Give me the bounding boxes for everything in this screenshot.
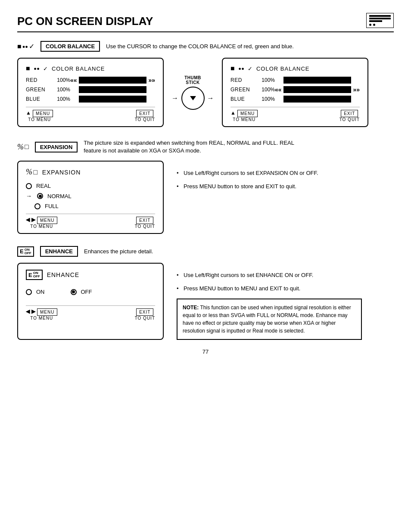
enhance-bullet1: Use Left/Right cursors to set ENHANCE ON… xyxy=(177,271,362,279)
exp-menu-btn: MENU xyxy=(37,217,57,224)
color-balance-left-panel: ■ ●● ✓ COLOR BALANCE RED 100% «« »» GREE… xyxy=(17,58,164,127)
blue-bar-left xyxy=(79,96,147,103)
color-balance-badge: COLOR BALANCE xyxy=(40,41,100,52)
left-panel-header: ■ ●● ✓ COLOR BALANCE xyxy=(26,65,155,72)
normal-radio[interactable] xyxy=(37,193,43,199)
expansion-box-title: EXPANSION xyxy=(42,169,81,176)
real-label: REAL xyxy=(36,183,51,189)
full-option: FULL xyxy=(26,203,155,209)
off-label: OFF xyxy=(81,289,92,295)
enhance-content: E ON OFF ENHANCE ON xyxy=(17,263,394,339)
icon-bar1 xyxy=(369,15,391,17)
expansion-bullets: Use Left/Right cursors to set EXPANSION … xyxy=(177,161,318,234)
real-radio[interactable] xyxy=(26,183,32,189)
expansion-badge: EXPANSION xyxy=(35,142,78,152)
right-to-quit: TO QUIT xyxy=(339,117,360,122)
right-panel-header: ■ ●● ✓ COLOR BALANCE xyxy=(230,65,360,72)
device-icon xyxy=(366,13,394,28)
right-arrow-green-r: »» xyxy=(353,86,360,93)
expansion-bullet2: Press MENU button to store and EXIT to q… xyxy=(177,183,318,190)
left-panel-title: COLOR BALANCE xyxy=(52,65,105,72)
left-red-row: RED 100% «« »» xyxy=(26,77,155,84)
exp-to-menu: TO MENU xyxy=(30,224,53,229)
enhance-desc: Enhances the picture detail. xyxy=(84,248,153,255)
note-label: NOTE: xyxy=(183,305,199,311)
right-to-menu: TO MENU xyxy=(233,117,255,122)
left-to-menu: TO MENU xyxy=(28,117,51,122)
enh-exit-btn: EXIT xyxy=(136,308,153,316)
full-radio[interactable] xyxy=(34,203,40,209)
color-balance-desc: Use the CURSOR to change the COLOR BALAN… xyxy=(106,43,294,50)
blue-bar-right xyxy=(283,96,352,103)
page-title-bar: PC ON SCREEN DISPLAY xyxy=(17,13,394,32)
enh-menu-btn: MENU xyxy=(37,308,57,316)
expansion-content: % □ EXPANSION REAL → NORMAL FULL xyxy=(17,161,394,234)
expansion-osd-box: % □ EXPANSION REAL → NORMAL FULL xyxy=(17,161,164,234)
expansion-bullet-list: Use Left/Right cursors to set EXPANSION … xyxy=(177,169,318,190)
right-arrow-red: »» xyxy=(148,77,155,84)
icon-bar2 xyxy=(369,18,391,19)
red-bar xyxy=(79,77,147,84)
expansion-bullet1: Use Left/Right cursors to set EXPANSION … xyxy=(177,169,318,177)
right-panel-title: COLOR BALANCE xyxy=(256,65,310,72)
normal-label: NORMAL xyxy=(47,193,72,199)
enhance-bullet2: Press MENU button to MENU and EXIT to qu… xyxy=(177,285,362,292)
right-blue-row: BLUE 100% «« »» xyxy=(230,96,360,103)
off-option: OFF xyxy=(71,289,92,295)
color-balance-icon: ■ ●● ✓ xyxy=(17,42,34,50)
on-label: ON xyxy=(36,289,45,295)
enhance-osd-header: E ON OFF ENHANCE xyxy=(26,270,155,280)
page-number: 77 xyxy=(17,348,394,355)
right-exit-btn: EXIT xyxy=(341,110,358,117)
left-blue-row: BLUE 100% «« »» xyxy=(26,96,155,103)
enhance-section: E ON OFF ENHANCE Enhances the picture de… xyxy=(17,246,394,339)
thumb-label-text: THUMBSTICK xyxy=(184,75,201,85)
right-menu-bar: ▲ MENU TO MENU EXIT TO QUIT xyxy=(230,107,360,122)
color-balance-header: ■ ●● ✓ COLOR BALANCE Use the CURSOR to c… xyxy=(17,41,394,52)
expansion-osd-header: % □ EXPANSION xyxy=(26,168,155,177)
green-bar-left xyxy=(79,86,147,93)
expansion-header: % □ EXPANSION The picture size is expand… xyxy=(17,139,394,155)
enhance-options: ON OFF xyxy=(26,289,155,299)
color-balance-panels: ■ ●● ✓ COLOR BALANCE RED 100% «« »» GREE… xyxy=(17,58,394,127)
real-option: REAL xyxy=(26,183,155,189)
icon-dot1 xyxy=(369,24,371,26)
red-bar-right xyxy=(283,77,352,84)
expansion-menu-bar: ◀ ▶ MENU TO MENU EXIT TO QUIT xyxy=(26,214,155,229)
left-to-quit: TO QUIT xyxy=(135,117,155,122)
enhance-right-col: Use Left/Right cursors to set ENHANCE ON… xyxy=(177,263,362,339)
icon-dot2 xyxy=(373,24,375,26)
note-text: This function can be used when inputted … xyxy=(183,305,351,334)
enhance-header: E ON OFF ENHANCE Enhances the picture de… xyxy=(17,246,394,257)
expansion-icon: % □ xyxy=(17,143,29,152)
right-green-row: GREEN 100% «« »» xyxy=(230,86,360,93)
enhance-menu-bar: ◀ ▶ MENU TO MENU EXIT TO QUIT xyxy=(26,305,155,320)
note-box: NOTE: This function can be used when inp… xyxy=(177,299,362,340)
green-bar-right xyxy=(283,86,352,93)
right-menu-btn: MENU xyxy=(237,110,258,117)
enhance-badge: ENHANCE xyxy=(40,246,78,257)
enhance-bullet-list: Use Left/Right cursors to set ENHANCE ON… xyxy=(177,271,362,292)
normal-option: → NORMAL xyxy=(26,193,155,199)
exp-exit-btn: EXIT xyxy=(136,217,153,224)
on-option: ON xyxy=(26,289,45,295)
left-exit-btn: EXIT xyxy=(136,110,153,117)
expansion-section: % □ EXPANSION The picture size is expand… xyxy=(17,139,394,234)
left-arrow-green-r: «« xyxy=(275,86,282,93)
enhance-box-title: ENHANCE xyxy=(47,271,79,278)
enhance-icon: E ON OFF xyxy=(17,246,34,257)
enhance-osd-box: E ON OFF ENHANCE ON xyxy=(17,263,164,339)
left-green-row: GREEN 100% «« »» xyxy=(26,86,155,93)
normal-arrow: → xyxy=(26,193,32,199)
color-balance-right-panel: ■ ●● ✓ COLOR BALANCE RED 100% «« »» GREE… xyxy=(222,58,368,127)
enh-to-menu: TO MENU xyxy=(30,316,53,320)
thumb-stick: THUMBSTICK → → xyxy=(171,75,214,110)
icon-dots xyxy=(369,24,391,26)
off-radio[interactable] xyxy=(71,289,77,295)
expansion-desc: The picture size is expanded when switch… xyxy=(84,139,308,155)
right-red-row: RED 100% «« »» xyxy=(230,77,360,84)
left-menu-btn: MENU xyxy=(33,110,53,117)
exp-to-quit: TO QUIT xyxy=(135,224,155,229)
left-arrow-red: «« xyxy=(70,77,77,84)
on-radio[interactable] xyxy=(26,289,32,295)
